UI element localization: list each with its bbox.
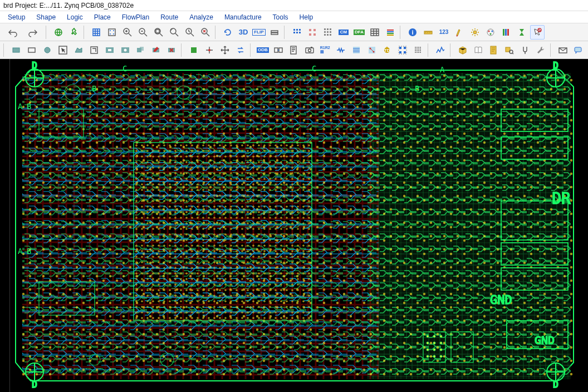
package-box-icon[interactable] bbox=[455, 43, 470, 57]
svg-point-151 bbox=[440, 335, 442, 337]
select-arrow-icon[interactable] bbox=[56, 43, 70, 57]
menu-analyze[interactable]: Analyze bbox=[184, 12, 219, 22]
select-by-cursor-icon[interactable] bbox=[530, 25, 545, 40]
undo-button[interactable] bbox=[2, 25, 22, 40]
array-2-icon[interactable] bbox=[305, 25, 320, 40]
redo-button[interactable] bbox=[23, 25, 43, 40]
visibility-sun-icon[interactable] bbox=[468, 25, 482, 40]
tune-fork-icon[interactable] bbox=[518, 43, 532, 57]
menu-setup[interactable]: Setup bbox=[2, 12, 31, 22]
menu-route[interactable]: Route bbox=[155, 12, 184, 22]
move-icon[interactable] bbox=[218, 43, 232, 57]
menu-logic[interactable]: Logic bbox=[61, 12, 89, 22]
svg-text:B: B bbox=[27, 102, 31, 111]
zoom-window-icon[interactable] bbox=[167, 25, 182, 40]
odb-icon[interactable]: ODB bbox=[256, 43, 270, 57]
zoom-fit-icon[interactable] bbox=[151, 25, 166, 40]
measure-icon[interactable] bbox=[421, 25, 435, 40]
svg-rect-59 bbox=[108, 49, 111, 51]
svg-text:DR: DR bbox=[552, 189, 571, 208]
svg-rect-15 bbox=[271, 33, 278, 35]
matrix-small-icon[interactable] bbox=[411, 43, 425, 57]
info-icon[interactable]: i bbox=[405, 25, 420, 40]
menu-tools[interactable]: Tools bbox=[267, 12, 294, 22]
circle-fill-icon[interactable] bbox=[40, 43, 55, 57]
svg-point-67 bbox=[208, 49, 210, 51]
snapshot-camera-icon[interactable] bbox=[302, 43, 317, 57]
dfa-icon[interactable]: DFA bbox=[352, 25, 366, 40]
bundle-icon[interactable] bbox=[349, 43, 364, 57]
swap-icon[interactable] bbox=[233, 43, 248, 57]
layer-stack-icon[interactable] bbox=[499, 25, 513, 40]
svg-text:C: C bbox=[312, 64, 316, 73]
group-icon[interactable] bbox=[395, 43, 410, 57]
cross-probe-icon[interactable] bbox=[271, 43, 286, 57]
zoom-selection-icon[interactable] bbox=[198, 25, 213, 40]
export-mail-icon[interactable] bbox=[556, 43, 570, 57]
teardrop-icon[interactable]: TD bbox=[380, 43, 395, 57]
svg-rect-89 bbox=[415, 48, 416, 50]
svg-rect-93 bbox=[415, 50, 416, 51]
xsection-icon[interactable] bbox=[383, 25, 398, 40]
rect-outline-icon[interactable] bbox=[24, 43, 39, 57]
svg-rect-1 bbox=[93, 29, 100, 36]
poly-fill-icon[interactable] bbox=[71, 43, 86, 57]
svg-rect-36 bbox=[387, 30, 394, 31]
menu-place[interactable]: Place bbox=[89, 12, 116, 22]
array-3-icon[interactable] bbox=[321, 25, 335, 40]
layer-prev-icon[interactable] bbox=[267, 25, 282, 40]
line-shape-icon[interactable] bbox=[87, 43, 101, 57]
shape-edit-icon[interactable] bbox=[149, 43, 163, 57]
constraint-mgr-icon[interactable]: CM bbox=[336, 25, 351, 40]
signal-graph-icon[interactable] bbox=[433, 43, 448, 57]
grid-dot-icon[interactable] bbox=[105, 25, 119, 40]
library-book-icon[interactable] bbox=[471, 43, 486, 57]
script-icon[interactable] bbox=[287, 43, 301, 57]
svg-rect-69 bbox=[279, 48, 282, 52]
grid-toolbar-icon[interactable] bbox=[89, 25, 104, 40]
zoom-in-icon[interactable] bbox=[120, 25, 135, 40]
pcb-canvas[interactable]: D D D D A B A B B C C B A DR bbox=[0, 59, 588, 392]
svg-point-156 bbox=[433, 349, 435, 351]
netsched-icon[interactable] bbox=[365, 43, 379, 57]
svg-point-154 bbox=[440, 342, 442, 344]
svg-text:i: i bbox=[411, 29, 413, 36]
svg-point-150 bbox=[433, 335, 435, 337]
void-circ-icon[interactable] bbox=[118, 43, 133, 57]
globe-icon[interactable] bbox=[51, 25, 66, 40]
dimension-icon[interactable]: 123 bbox=[437, 25, 451, 40]
highlight-icon[interactable] bbox=[452, 25, 467, 40]
svg-rect-49 bbox=[505, 29, 507, 36]
pin-icon[interactable] bbox=[67, 25, 81, 40]
color-palette-icon[interactable] bbox=[483, 25, 498, 40]
zoom-out-icon[interactable] bbox=[136, 25, 150, 40]
report-icon[interactable] bbox=[487, 43, 501, 57]
void-rect-icon[interactable] bbox=[102, 43, 117, 57]
array-1-icon[interactable] bbox=[290, 25, 304, 40]
messages-icon[interactable] bbox=[571, 43, 586, 57]
svg-rect-25 bbox=[313, 33, 316, 36]
place-manual-icon[interactable] bbox=[202, 43, 217, 57]
hourglass-icon[interactable] bbox=[514, 25, 529, 40]
find-comp-icon[interactable] bbox=[502, 43, 517, 57]
rect-fill-icon[interactable] bbox=[9, 43, 23, 57]
place-component-icon[interactable] bbox=[187, 43, 201, 57]
svg-rect-101 bbox=[491, 46, 496, 54]
drc-spreadsheet-icon[interactable] bbox=[367, 25, 382, 40]
zoom-previous-icon[interactable] bbox=[183, 25, 197, 40]
shape-delete-icon[interactable] bbox=[164, 43, 179, 57]
shape-merge-icon[interactable] bbox=[133, 43, 148, 57]
view-3d-icon[interactable]: 3D bbox=[236, 25, 251, 40]
menu-help[interactable]: Help bbox=[294, 12, 319, 22]
svg-rect-2 bbox=[109, 29, 115, 36]
wrench-tools-icon[interactable] bbox=[533, 43, 548, 57]
length-tune-icon[interactable] bbox=[334, 43, 348, 57]
diffpair-icon[interactable]: R1R2▤ bbox=[318, 43, 332, 57]
menu-flowplan[interactable]: FlowPlan bbox=[116, 12, 155, 22]
svg-rect-54 bbox=[28, 48, 35, 52]
menu-shape[interactable]: Shape bbox=[31, 12, 61, 22]
rotate-icon[interactable] bbox=[220, 25, 235, 40]
menu-manufacture[interactable]: Manufacture bbox=[219, 12, 267, 22]
svg-rect-29 bbox=[324, 31, 326, 33]
flip-icon[interactable]: FLIP bbox=[252, 25, 266, 40]
